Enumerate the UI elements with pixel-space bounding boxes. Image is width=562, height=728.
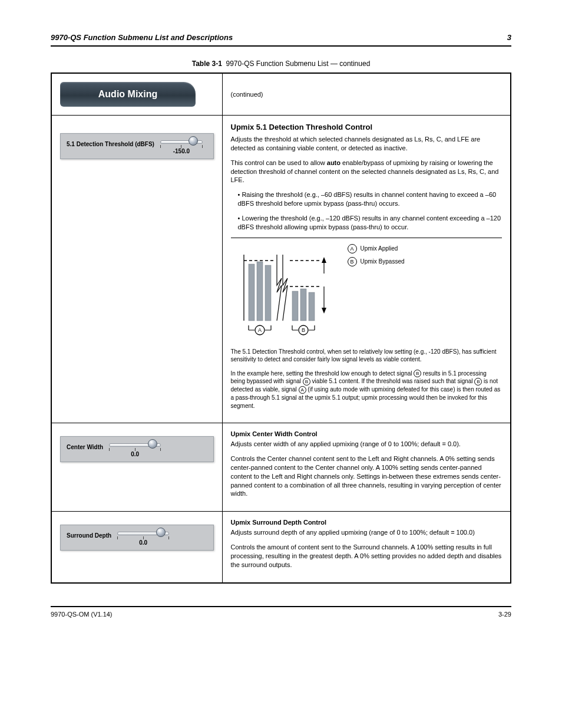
diagram-caption2: In the example here, setting the thresho… xyxy=(231,370,503,410)
row2-title: Upmix Center Width Control xyxy=(231,430,503,437)
header-title: 9970-QS Function Submenu List and Descri… xyxy=(51,33,233,42)
row1-title: Upmix 5.1 Detection Threshold Control xyxy=(231,123,503,131)
detection-threshold-label: 5.1 Detection Threshold (dBFS) xyxy=(67,137,154,147)
divider xyxy=(231,238,503,238)
center-width-value: 0.0 xyxy=(109,451,161,457)
surround-depth-slider[interactable]: 0.0 xyxy=(117,529,169,546)
row3-title: Upmix Surround Depth Control xyxy=(231,519,503,526)
svg-marker-13 xyxy=(322,308,326,314)
row1-bullet2: • Lowering the threshold (e.g., –120 dBF… xyxy=(231,214,503,232)
diagram-legend: AUpmix Applied BUpmix Bypassed xyxy=(348,244,503,266)
svg-rect-4 xyxy=(249,264,254,321)
detection-threshold-value: -150.0 xyxy=(160,148,203,154)
surround-depth-value: 0.0 xyxy=(117,539,169,546)
row3-para1: Adjusts surround depth of any applied up… xyxy=(231,528,503,537)
svg-rect-6 xyxy=(265,265,271,321)
section-number: 3 xyxy=(507,33,511,42)
row2-para2: Controls the Center channel content sent… xyxy=(231,454,503,498)
row2-para1: Adjusts center width of any applied upmi… xyxy=(231,440,503,449)
svg-rect-5 xyxy=(257,262,263,321)
svg-rect-8 xyxy=(300,289,306,321)
legend-b-label: Upmix Bypassed xyxy=(361,257,405,266)
continued-note: (continued) xyxy=(231,91,263,98)
row3-para2: Controls the amount of content sent to t… xyxy=(231,543,503,569)
footer-right: 3-29 xyxy=(498,611,511,618)
diagram-caption1: The 5.1 Detection Threshold control, whe… xyxy=(231,348,503,364)
footer-left: 9970-QS-OM (V1.14) xyxy=(51,611,113,618)
legend-a-label: Upmix Applied xyxy=(361,244,398,253)
center-width-slider[interactable]: 0.0 xyxy=(109,440,161,458)
threshold-diagram: A B AUpmix Applied BUpmix Bypassed xyxy=(231,244,503,344)
center-width-panel: Center Width 0.0 xyxy=(60,436,214,462)
page-header: 9970-QS Function Submenu List and Descri… xyxy=(51,33,511,47)
legend-a-icon: A xyxy=(348,244,357,253)
surround-depth-label: Surround Depth xyxy=(67,529,111,539)
inline-b-icon: B xyxy=(414,370,421,377)
detection-threshold-slider[interactable]: -150.0 xyxy=(160,137,203,155)
inline-b-icon: B xyxy=(303,378,310,386)
page-footer: 9970-QS-OM (V1.14) 3-29 xyxy=(51,606,511,618)
legend-b-icon: B xyxy=(348,257,357,266)
svg-text:B: B xyxy=(301,327,305,333)
tab-label: Audio Mixing xyxy=(98,89,157,100)
svg-rect-7 xyxy=(292,291,298,321)
inline-a-icon: A xyxy=(299,386,306,394)
surround-depth-panel: Surround Depth 0.0 xyxy=(60,525,214,551)
row1-para2: This control can be used to allow auto e… xyxy=(231,159,503,185)
detection-threshold-panel: 5.1 Detection Threshold (dBFS) -150.0 xyxy=(60,133,214,159)
table-caption: Table 3-1 9970-QS Function Submenu List … xyxy=(51,60,511,68)
center-width-label: Center Width xyxy=(67,440,103,450)
svg-rect-9 xyxy=(309,292,315,321)
row1-para1: Adjusts the threshold at which selected … xyxy=(231,135,503,153)
level-bars-svg: A B xyxy=(231,244,337,344)
svg-marker-11 xyxy=(322,257,326,263)
audio-mixing-tab[interactable]: Audio Mixing xyxy=(60,82,196,107)
row1-bullet1: • Raising the threshold (e.g., –60 dBFS)… xyxy=(231,190,503,208)
inline-b-icon: B xyxy=(474,378,482,386)
config-table: Audio Mixing (continued) 5.1 Detection T… xyxy=(51,73,511,584)
svg-text:A: A xyxy=(257,327,261,333)
